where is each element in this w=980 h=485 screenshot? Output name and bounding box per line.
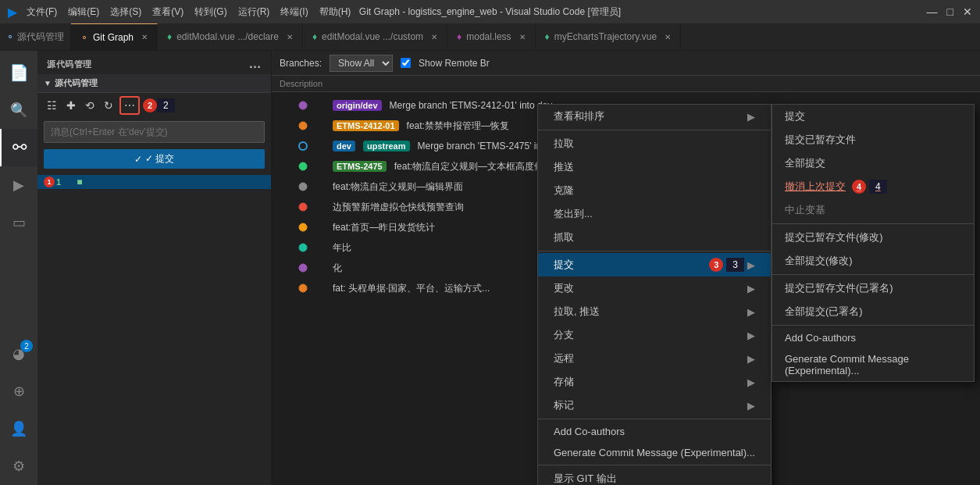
commit-msg-1: feat:禁禁申报管理—恢复	[407, 119, 509, 133]
arrow-icon-changes: ▶	[747, 283, 755, 294]
maximize-icon[interactable]: □	[947, 5, 953, 18]
show-remote-label: Show Remote Br	[419, 58, 490, 69]
submenu-commit-all-signed[interactable]: 全部提交(已署名)	[772, 300, 974, 323]
arrow-icon-remote: ▶	[747, 353, 755, 365]
commit-message-input[interactable]	[44, 121, 265, 143]
submenu-commit-all[interactable]: 全部提交	[772, 152, 974, 175]
minimize-icon[interactable]: —	[927, 5, 938, 18]
menu-generate-commit-label: Generate Commit Message (Experimental)..…	[554, 447, 755, 458]
tab-source-control[interactable]: ⚬ 源代码管理	[0, 23, 71, 50]
more-options-icon[interactable]: …	[249, 57, 262, 71]
changes-icon-btn[interactable]: ☷	[44, 98, 60, 113]
annotation-2: 2	[143, 98, 157, 112]
submenu-abort-rebase[interactable]: 中止变基	[772, 198, 974, 222]
menu-pull[interactable]: 拉取	[538, 132, 771, 155]
tag-dev: dev	[333, 141, 355, 152]
close-icon[interactable]: ✕	[963, 5, 972, 18]
menu-goto[interactable]: 转到(G)	[190, 4, 231, 20]
menu-changes[interactable]: 更改 ▶	[538, 276, 771, 300]
tab-edit-modal-declare[interactable]: ♦ editModal.vue .../declare ✕	[158, 23, 303, 50]
menu-remote[interactable]: 远程 ▶	[538, 347, 771, 370]
activity-settings[interactable]: ⚙	[0, 448, 37, 485]
tab-echarts[interactable]: ♦ myEchartsTrajectory.vue ✕	[536, 23, 682, 50]
arrow-icon-branch: ▶	[747, 330, 755, 341]
commit-button[interactable]: ✓ ✓ 提交	[44, 149, 265, 169]
menu-tags[interactable]: 标记 ▶	[538, 394, 771, 417]
menu-fetch[interactable]: 抓取	[538, 226, 771, 249]
activity-debug[interactable]: ▶	[0, 166, 37, 204]
show-remote-checkbox[interactable]	[401, 58, 411, 68]
tab-modal-less[interactable]: ♦ modal.less ✕	[447, 23, 535, 50]
submenu-generate-commit-label: Generate Commit Message (Experimental)..…	[785, 353, 909, 376]
activity-extensions[interactable]: ▭	[0, 204, 37, 241]
sidebar-toolbar: ☷ ✚ ⟲ ↻ ⋯ 2 2	[37, 93, 271, 118]
discard-btn[interactable]: ⟲	[82, 98, 98, 113]
submenu-commit-all-amend-label: 全部提交(修改)	[785, 255, 853, 266]
staged-file-item[interactable]: 1 1 ■	[37, 175, 271, 189]
menu-commit[interactable]: 提交 3 3 ▶	[538, 253, 771, 276]
branches-select[interactable]: Show All	[330, 55, 393, 72]
menu-clone[interactable]: 克隆	[538, 179, 771, 202]
menu-help[interactable]: 帮助(H)	[315, 4, 356, 20]
tab-edit-modal-custom[interactable]: ♦ editModal.vue .../custom ✕	[303, 23, 447, 50]
menu-pull-push-label: 拉取, 推送	[554, 305, 600, 319]
menu-checkout[interactable]: 签出到...	[538, 202, 771, 226]
menu-terminal[interactable]: 终端(I)	[276, 4, 312, 20]
vue-icon-1: ♦	[167, 31, 172, 42]
tab-echarts-close[interactable]: ✕	[665, 33, 671, 41]
refresh-btn[interactable]: ↻	[101, 98, 116, 113]
submenu-commit-staged-amend[interactable]: 提交已暂存文件(修改)	[772, 226, 974, 249]
svg-point-5	[299, 203, 307, 211]
menu-generate-commit[interactable]: Generate Commit Message (Experimental)..…	[538, 442, 771, 463]
tab-edit-modal-custom-close[interactable]: ✕	[431, 33, 437, 41]
activity-test[interactable]: 2 ◕	[0, 335, 37, 373]
menu-run[interactable]: 运行(R)	[233, 4, 275, 20]
svg-point-9	[299, 284, 307, 292]
submenu-commit-staged-signed[interactable]: 提交已暂存文件(已署名)	[772, 276, 974, 300]
window-controls: — □ ✕	[927, 5, 972, 18]
menu-view[interactable]: 查看(V)	[148, 4, 188, 20]
activity-search[interactable]: 🔍	[0, 91, 37, 129]
git-toolbar: Branches: Show All Show Remote Br	[272, 51, 980, 76]
commit-msg-9: fat: 头程单据·国家、平台、运输方式...	[333, 282, 490, 295]
annotation-4: 4	[852, 180, 866, 194]
menu-select[interactable]: 选择(S)	[105, 4, 146, 20]
menu-branch[interactable]: 分支 ▶	[538, 323, 771, 347]
title-bar-left: ▶ 文件(F) 编辑(E) 选择(S) 查看(V) 转到(G) 运行(R) 终端…	[8, 4, 355, 20]
tab-edit-modal-declare-close[interactable]: ✕	[287, 33, 293, 41]
menu-push[interactable]: 推送	[538, 155, 771, 179]
submenu-commit-all-amend[interactable]: 全部提交(修改)	[772, 249, 974, 273]
menu-view-sort[interactable]: 查看和排序 ▶	[538, 105, 771, 128]
menu-pull-push[interactable]: 拉取, 推送 ▶	[538, 300, 771, 323]
activity-remote[interactable]: ⊕	[0, 373, 37, 410]
tab-git-graph[interactable]: ⚬ Git Graph ✕	[71, 23, 158, 50]
menu-file[interactable]: 文件(F)	[22, 4, 62, 20]
sidebar: 源代码管理 … ▼ 源代码管理 ☷ ✚ ⟲ ↻ ⋯ 2 2 ✓ ✓ 提交 1	[37, 51, 272, 485]
svg-point-6	[299, 223, 307, 231]
activity-explorer[interactable]: 📄	[0, 54, 37, 91]
menu-show-git-output[interactable]: 显示 GIT 输出	[538, 467, 771, 485]
submenu-commit-staged[interactable]: 提交已暂存文件	[772, 128, 974, 152]
menu-edit[interactable]: 编辑(E)	[63, 4, 104, 20]
menu-tags-label: 标记	[554, 398, 574, 412]
submenu-commit[interactable]: 提交	[772, 105, 974, 128]
more-actions-btn[interactable]: ⋯	[119, 96, 140, 115]
menu-add-coauthors[interactable]: Add Co-authors	[538, 421, 771, 442]
submenu-generate-commit[interactable]: Generate Commit Message (Experimental)..…	[772, 348, 974, 381]
submenu-add-coauthors[interactable]: Add Co-authors	[772, 327, 974, 348]
title-bar-menu: 文件(F) 编辑(E) 选择(S) 查看(V) 转到(G) 运行(R) 终端(I…	[22, 4, 355, 20]
submenu-commit-staged-amend-label: 提交已暂存文件(修改)	[785, 231, 883, 243]
tab-modal-less-close[interactable]: ✕	[519, 33, 526, 41]
submenu-undo-commit[interactable]: 撤消上次提交 4 4	[772, 175, 974, 198]
stage-all-btn[interactable]: ✚	[63, 98, 79, 113]
menu-clone-label: 克隆	[554, 184, 574, 198]
activity-git[interactable]: ⚯	[0, 129, 37, 166]
menu-sep-3	[538, 465, 771, 465]
menu-view-sort-label: 查看和排序	[554, 109, 604, 123]
menu-sep-1	[538, 251, 771, 251]
menu-stash[interactable]: 存储 ▶	[538, 370, 771, 394]
tab-git-graph-close[interactable]: ✕	[141, 33, 148, 41]
submenu-sep-0	[772, 223, 974, 224]
file-change-letter: 1	[56, 177, 61, 187]
activity-account[interactable]: 👤	[0, 410, 37, 448]
